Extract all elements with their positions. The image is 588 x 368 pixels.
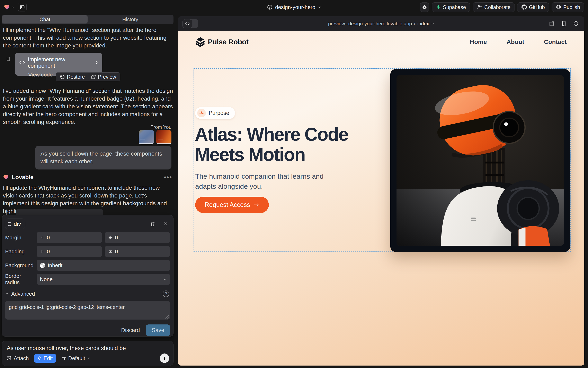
attachment-thumbnail-blue[interactable]: [139, 130, 154, 144]
refresh-icon: [573, 21, 579, 26]
chat-history-tabs: Chat History: [2, 15, 173, 24]
nav-contact[interactable]: Contact: [544, 38, 567, 45]
delete-element-button[interactable]: [150, 221, 155, 227]
publish-globe-icon: [556, 4, 561, 10]
chevron-down-icon: [431, 22, 434, 25]
project-switcher[interactable]: design-your-hero: [267, 4, 321, 10]
attachment-thumbnail-orange[interactable]: [156, 130, 171, 144]
tailwind-classes-textarea[interactable]: grid grid-cols-1 lg:grid-cols-2 gap-12 i…: [5, 301, 170, 320]
assistant-header: Lovable •••: [3, 174, 172, 181]
supabase-button[interactable]: Supabase: [432, 2, 470, 12]
composer-input[interactable]: As user mouse roll over, these cards sho…: [7, 345, 168, 351]
mobile-view-button[interactable]: [561, 21, 566, 27]
mobile-icon: [561, 21, 566, 27]
hero-section-selected[interactable]: Purpose Atlas: Where Code Meets Motion T…: [194, 68, 571, 252]
save-button[interactable]: Save: [146, 324, 170, 336]
from-you-label: From You: [150, 124, 171, 130]
badge-label: Purpose: [209, 110, 229, 116]
site-viewport: Pulse Robot Home About Contact Purpose: [178, 31, 584, 366]
border-radius-select[interactable]: None: [37, 274, 170, 285]
element-tag-chip[interactable]: div: [5, 219, 25, 229]
assistant-message-1: I'll implement the "Why Humanoid" sectio…: [3, 26, 173, 49]
preview-label: Preview: [98, 74, 116, 80]
site-brand-name: Pulse Robot: [208, 38, 249, 46]
border-radius-value: None: [40, 276, 53, 283]
nav-home[interactable]: Home: [470, 38, 487, 45]
tab-chat[interactable]: Chat: [2, 15, 87, 24]
padding-y-value: 0: [115, 248, 118, 255]
close-panel-button[interactable]: [163, 221, 168, 226]
site-brand[interactable]: Pulse Robot: [196, 37, 249, 47]
request-access-button[interactable]: Request Access: [195, 197, 269, 213]
purpose-badge: Purpose: [195, 107, 235, 119]
attach-button[interactable]: Attach: [6, 355, 29, 361]
nav-about[interactable]: About: [507, 38, 524, 45]
code-preview-toggle[interactable]: [182, 19, 198, 28]
github-icon: [522, 4, 527, 10]
tab-history[interactable]: History: [87, 15, 173, 24]
settings-button[interactable]: [420, 2, 429, 12]
discard-button[interactable]: Discard: [121, 327, 140, 333]
resize-handle[interactable]: [166, 315, 169, 319]
cta-label: Request Access: [205, 201, 250, 209]
background-row: Background Inherit: [5, 260, 170, 271]
element-inspector-panel: div Margin: [2, 215, 173, 337]
arrow-up-icon: [162, 356, 167, 360]
sidebar-toggle-button[interactable]: [18, 3, 27, 11]
site-header: Pulse Robot Home About Contact: [178, 31, 584, 47]
top-bar: design-your-hero Supabase: [0, 0, 588, 14]
user-message-bubble: As you scroll down the page, these compo…: [35, 146, 171, 169]
restore-label: Restore: [67, 74, 85, 80]
edit-mode-button[interactable]: Edit: [34, 354, 56, 363]
github-button[interactable]: GitHub: [517, 2, 549, 12]
external-link-icon: [91, 74, 96, 79]
target-icon: [38, 356, 42, 360]
lovable-logo-menu[interactable]: [4, 4, 15, 10]
element-outline-icon: [8, 222, 11, 226]
margin-y-input[interactable]: 0: [105, 232, 170, 243]
external-link-icon: [549, 21, 554, 26]
advanced-section-toggle[interactable]: Advanced ?: [5, 291, 169, 297]
supabase-label: Supabase: [443, 4, 466, 10]
collaborate-button[interactable]: Collaborate: [473, 2, 515, 12]
help-icon[interactable]: ?: [163, 291, 169, 297]
restore-button[interactable]: Restore: [60, 74, 85, 80]
chevron-down-icon: [87, 357, 90, 360]
bookmark-icon[interactable]: [6, 56, 11, 62]
github-label: GitHub: [529, 4, 545, 10]
margin-x-value: 0: [47, 234, 50, 241]
publish-label: Publish: [563, 4, 580, 10]
chevron-down-icon: [163, 277, 167, 281]
padding-x-input[interactable]: 0: [37, 246, 102, 257]
preview-url[interactable]: preview--design-your-hero.lovable.app / …: [328, 21, 434, 27]
lovable-heart-icon: [4, 4, 10, 10]
pulse-icon: [199, 110, 204, 116]
bookmark-icon-partial: [6, 212, 9, 215]
preview-page: index: [417, 21, 429, 27]
lovable-app: design-your-hero Supabase: [0, 0, 588, 368]
mode-select[interactable]: Default: [61, 355, 90, 361]
more-options-icon[interactable]: •••: [164, 174, 172, 181]
preview-button[interactable]: Preview: [91, 74, 116, 80]
attach-image-icon: [6, 356, 12, 361]
margin-x-input[interactable]: 0: [37, 232, 102, 243]
background-input[interactable]: Inherit: [37, 260, 170, 271]
padding-label: Padding: [5, 248, 37, 255]
restore-icon: [60, 74, 65, 79]
send-button[interactable]: [160, 353, 169, 363]
layers-logo-icon: [196, 37, 205, 47]
margin-label: Margin: [5, 234, 37, 241]
padding-y-input[interactable]: 0: [105, 246, 170, 257]
margin-y-value: 0: [115, 234, 118, 241]
chevron-down-icon: [5, 292, 9, 296]
chat-composer[interactable]: As user mouse roll over, these cards sho…: [2, 340, 173, 366]
padding-horizontal-icon: [40, 249, 44, 254]
refresh-button[interactable]: [573, 21, 579, 26]
pulse-icon-wrap: [197, 109, 206, 117]
preview-domain: preview--design-your-hero.lovable.app: [328, 21, 412, 27]
open-in-new-tab-button[interactable]: [549, 21, 554, 26]
supabase-icon: [436, 5, 441, 9]
hero-heading: Atlas: Where Code Meets Motion: [195, 124, 375, 165]
project-name: design-your-hero: [275, 4, 315, 10]
publish-button[interactable]: Publish: [551, 2, 584, 12]
